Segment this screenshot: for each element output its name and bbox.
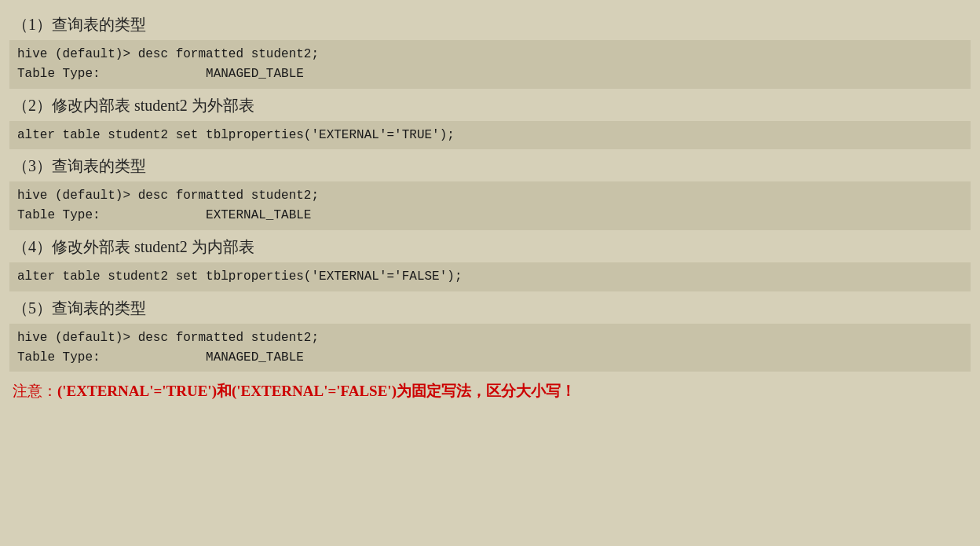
code-line-1-2: Table Type: MANAGED_TABLE — [17, 67, 304, 81]
code-line-4-1: alter table student2 set tblproperties('… — [17, 269, 463, 284]
section-1-heading: （1）查询表的类型 — [9, 8, 971, 40]
note-line: 注意：('EXTERNAL'='TRUE')和('EXTERNAL'='FALS… — [9, 375, 971, 405]
code-line-1-1: hive (default)> desc formatted student2; — [17, 47, 319, 61]
page-container: （1）查询表的类型 hive (default)> desc formatted… — [0, 0, 980, 546]
section-5-code: hive (default)> desc formatted student2;… — [9, 324, 971, 372]
code-line-5-2: Table Type: MANAGED_TABLE — [17, 350, 304, 365]
section-4-heading: （4）修改外部表 student2 为内部表 — [9, 230, 971, 262]
section-5-heading: （5）查询表的类型 — [9, 291, 971, 324]
section-1: （1）查询表的类型 hive (default)> desc formatted… — [9, 8, 971, 89]
section-3-code: hive (default)> desc formatted student2;… — [9, 181, 971, 230]
code-line-3-1: hive (default)> desc formatted student2; — [17, 189, 319, 203]
code-line-3-2: Table Type: EXTERNAL_TABLE — [17, 208, 311, 222]
note-prefix: 注意： — [13, 383, 57, 399]
note-bold-text: ('EXTERNAL'='TRUE')和('EXTERNAL'='FALSE')… — [57, 383, 576, 399]
code-line-2-1: alter table student2 set tblproperties('… — [17, 128, 455, 142]
section-4: （4）修改外部表 student2 为内部表 alter table stude… — [9, 230, 971, 291]
section-4-code: alter table student2 set tblproperties('… — [9, 262, 971, 291]
section-5: （5）查询表的类型 hive (default)> desc formatted… — [9, 291, 971, 372]
section-2: （2）修改内部表 student2 为外部表 alter table stude… — [9, 89, 971, 150]
section-3-heading: （3）查询表的类型 — [9, 149, 971, 181]
section-2-heading: （2）修改内部表 student2 为外部表 — [9, 89, 971, 121]
section-1-code: hive (default)> desc formatted student2;… — [9, 40, 971, 89]
code-line-5-1: hive (default)> desc formatted student2; — [17, 331, 319, 345]
section-3: （3）查询表的类型 hive (default)> desc formatted… — [9, 149, 971, 230]
section-2-code: alter table student2 set tblproperties('… — [9, 121, 971, 150]
